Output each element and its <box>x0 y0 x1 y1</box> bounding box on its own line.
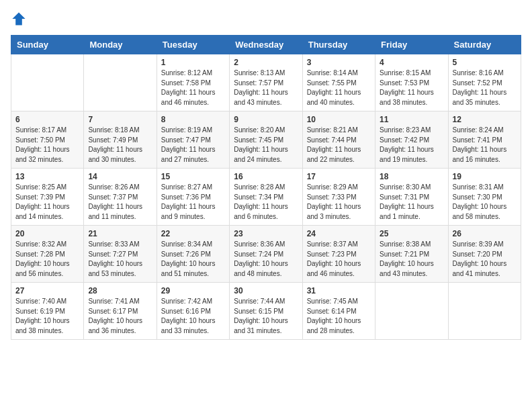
day-info: Sunrise: 8:29 AM Sunset: 7:33 PM Dayligh… <box>307 183 371 222</box>
calendar-cell: 20Sunrise: 8:32 AM Sunset: 7:28 PM Dayli… <box>11 226 84 283</box>
calendar-cell: 3Sunrise: 8:14 AM Sunset: 7:55 PM Daylig… <box>302 54 375 111</box>
calendar-cell: 30Sunrise: 7:44 AM Sunset: 6:15 PM Dayli… <box>230 283 302 340</box>
calendar-cell: 15Sunrise: 8:27 AM Sunset: 7:36 PM Dayli… <box>157 169 229 226</box>
day-number: 7 <box>88 115 152 124</box>
day-info: Sunrise: 8:27 AM Sunset: 7:36 PM Dayligh… <box>161 183 225 222</box>
day-info: Sunrise: 8:33 AM Sunset: 7:27 PM Dayligh… <box>88 240 152 279</box>
calendar-cell: 6Sunrise: 8:17 AM Sunset: 7:50 PM Daylig… <box>11 111 84 169</box>
day-info: Sunrise: 8:38 AM Sunset: 7:21 PM Dayligh… <box>380 240 443 279</box>
day-number: 8 <box>161 115 225 124</box>
calendar-cell: 9Sunrise: 8:20 AM Sunset: 7:45 PM Daylig… <box>230 111 302 169</box>
calendar-cell: 4Sunrise: 8:15 AM Sunset: 7:53 PM Daylig… <box>375 54 448 111</box>
weekday-header: Sunday <box>11 36 84 54</box>
calendar-cell <box>11 54 84 111</box>
calendar-cell: 12Sunrise: 8:24 AM Sunset: 7:41 PM Dayli… <box>448 111 521 169</box>
calendar-cell: 8Sunrise: 8:19 AM Sunset: 7:47 PM Daylig… <box>157 111 229 169</box>
day-info: Sunrise: 8:39 AM Sunset: 7:20 PM Dayligh… <box>453 240 517 279</box>
day-info: Sunrise: 8:30 AM Sunset: 7:31 PM Dayligh… <box>380 183 443 222</box>
day-number: 11 <box>380 115 443 124</box>
calendar-week-row: 27Sunrise: 7:40 AM Sunset: 6:19 PM Dayli… <box>11 283 521 340</box>
day-number: 15 <box>161 172 225 181</box>
calendar-table: SundayMondayTuesdayWednesdayThursdayFrid… <box>11 35 521 340</box>
day-info: Sunrise: 8:14 AM Sunset: 7:55 PM Dayligh… <box>307 68 371 107</box>
day-number: 24 <box>307 229 371 238</box>
page-header <box>11 11 521 27</box>
day-number: 18 <box>380 172 443 181</box>
day-number: 14 <box>88 172 152 181</box>
day-number: 16 <box>234 172 298 181</box>
day-number: 6 <box>15 115 79 124</box>
day-info: Sunrise: 7:42 AM Sunset: 6:16 PM Dayligh… <box>161 297 225 336</box>
day-info: Sunrise: 8:21 AM Sunset: 7:44 PM Dayligh… <box>307 126 371 165</box>
calendar-week-row: 20Sunrise: 8:32 AM Sunset: 7:28 PM Dayli… <box>11 226 521 283</box>
day-number: 27 <box>15 286 79 295</box>
day-info: Sunrise: 7:41 AM Sunset: 6:17 PM Dayligh… <box>88 297 152 336</box>
day-number: 5 <box>453 58 517 67</box>
calendar-cell: 14Sunrise: 8:26 AM Sunset: 7:37 PM Dayli… <box>84 169 157 226</box>
weekday-header: Friday <box>375 36 448 54</box>
day-number: 23 <box>234 229 298 238</box>
day-number: 17 <box>307 172 371 181</box>
day-info: Sunrise: 8:36 AM Sunset: 7:24 PM Dayligh… <box>234 240 298 279</box>
calendar-cell: 1Sunrise: 8:12 AM Sunset: 7:58 PM Daylig… <box>157 54 229 111</box>
calendar-cell: 24Sunrise: 8:37 AM Sunset: 7:23 PM Dayli… <box>302 226 375 283</box>
calendar-cell: 23Sunrise: 8:36 AM Sunset: 7:24 PM Dayli… <box>230 226 302 283</box>
day-info: Sunrise: 8:31 AM Sunset: 7:30 PM Dayligh… <box>453 183 517 222</box>
calendar-cell: 5Sunrise: 8:16 AM Sunset: 7:52 PM Daylig… <box>448 54 521 111</box>
day-info: Sunrise: 8:18 AM Sunset: 7:49 PM Dayligh… <box>88 126 152 165</box>
svg-marker-0 <box>12 12 25 25</box>
day-number: 19 <box>453 172 517 181</box>
calendar-cell: 26Sunrise: 8:39 AM Sunset: 7:20 PM Dayli… <box>448 226 521 283</box>
weekday-header: Saturday <box>448 36 521 54</box>
day-number: 21 <box>88 229 152 238</box>
calendar-cell: 18Sunrise: 8:30 AM Sunset: 7:31 PM Dayli… <box>375 169 448 226</box>
calendar-cell: 13Sunrise: 8:25 AM Sunset: 7:39 PM Dayli… <box>11 169 84 226</box>
weekday-header: Monday <box>84 36 157 54</box>
day-info: Sunrise: 8:24 AM Sunset: 7:41 PM Dayligh… <box>453 126 517 165</box>
day-number: 25 <box>380 229 443 238</box>
calendar-cell: 11Sunrise: 8:23 AM Sunset: 7:42 PM Dayli… <box>375 111 448 169</box>
calendar-cell: 25Sunrise: 8:38 AM Sunset: 7:21 PM Dayli… <box>375 226 448 283</box>
day-info: Sunrise: 7:40 AM Sunset: 6:19 PM Dayligh… <box>15 297 79 336</box>
calendar-cell: 17Sunrise: 8:29 AM Sunset: 7:33 PM Dayli… <box>302 169 375 226</box>
calendar-cell: 10Sunrise: 8:21 AM Sunset: 7:44 PM Dayli… <box>302 111 375 169</box>
day-info: Sunrise: 8:37 AM Sunset: 7:23 PM Dayligh… <box>307 240 371 279</box>
calendar-cell <box>375 283 448 340</box>
calendar-cell <box>448 283 521 340</box>
day-info: Sunrise: 8:32 AM Sunset: 7:28 PM Dayligh… <box>15 240 79 279</box>
day-number: 12 <box>453 115 517 124</box>
calendar-week-row: 1Sunrise: 8:12 AM Sunset: 7:58 PM Daylig… <box>11 54 521 111</box>
calendar-cell: 31Sunrise: 7:45 AM Sunset: 6:14 PM Dayli… <box>302 283 375 340</box>
day-info: Sunrise: 8:26 AM Sunset: 7:37 PM Dayligh… <box>88 183 152 222</box>
calendar-week-row: 6Sunrise: 8:17 AM Sunset: 7:50 PM Daylig… <box>11 111 521 169</box>
day-info: Sunrise: 8:25 AM Sunset: 7:39 PM Dayligh… <box>15 183 79 222</box>
day-info: Sunrise: 8:17 AM Sunset: 7:50 PM Dayligh… <box>15 126 79 165</box>
day-info: Sunrise: 7:44 AM Sunset: 6:15 PM Dayligh… <box>234 297 298 336</box>
day-number: 3 <box>307 58 371 67</box>
day-info: Sunrise: 8:28 AM Sunset: 7:34 PM Dayligh… <box>234 183 298 222</box>
calendar-week-row: 13Sunrise: 8:25 AM Sunset: 7:39 PM Dayli… <box>11 169 521 226</box>
calendar-cell <box>84 54 157 111</box>
day-number: 30 <box>234 286 298 295</box>
logo <box>11 11 28 27</box>
calendar-cell: 16Sunrise: 8:28 AM Sunset: 7:34 PM Dayli… <box>230 169 302 226</box>
calendar-cell: 2Sunrise: 8:13 AM Sunset: 7:57 PM Daylig… <box>230 54 302 111</box>
day-info: Sunrise: 8:16 AM Sunset: 7:52 PM Dayligh… <box>453 68 517 107</box>
day-number: 9 <box>234 115 298 124</box>
day-number: 29 <box>161 286 225 295</box>
day-info: Sunrise: 8:13 AM Sunset: 7:57 PM Dayligh… <box>234 68 298 107</box>
day-info: Sunrise: 8:20 AM Sunset: 7:45 PM Dayligh… <box>234 126 298 165</box>
calendar-cell: 27Sunrise: 7:40 AM Sunset: 6:19 PM Dayli… <box>11 283 84 340</box>
calendar-cell: 22Sunrise: 8:34 AM Sunset: 7:26 PM Dayli… <box>157 226 229 283</box>
calendar-cell: 19Sunrise: 8:31 AM Sunset: 7:30 PM Dayli… <box>448 169 521 226</box>
day-number: 2 <box>234 58 298 67</box>
day-number: 31 <box>307 286 371 295</box>
day-number: 13 <box>15 172 79 181</box>
day-number: 20 <box>15 229 79 238</box>
day-info: Sunrise: 8:23 AM Sunset: 7:42 PM Dayligh… <box>380 126 443 165</box>
day-info: Sunrise: 8:34 AM Sunset: 7:26 PM Dayligh… <box>161 240 225 279</box>
weekday-header: Wednesday <box>230 36 302 54</box>
day-number: 1 <box>161 58 225 67</box>
day-info: Sunrise: 8:15 AM Sunset: 7:53 PM Dayligh… <box>380 68 443 107</box>
calendar-cell: 28Sunrise: 7:41 AM Sunset: 6:17 PM Dayli… <box>84 283 157 340</box>
